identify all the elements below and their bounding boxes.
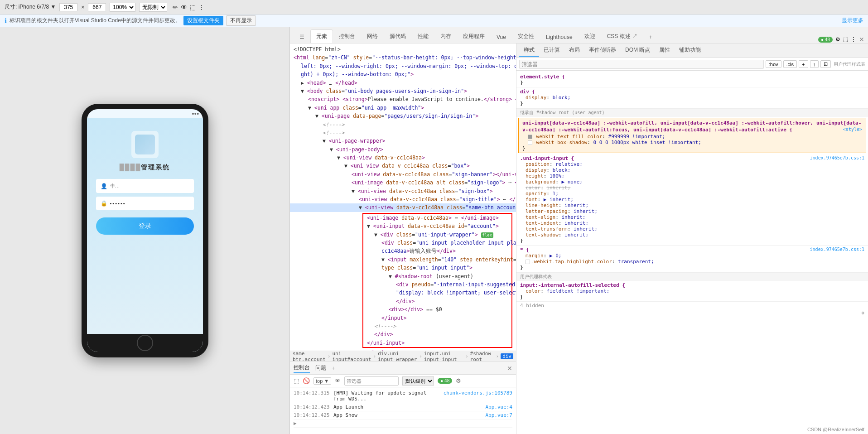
- set-root-button[interactable]: 设置根文件夹: [183, 16, 223, 25]
- dom-line[interactable]: <div class="uni-input-placeholder input-…: [363, 239, 511, 247]
- console-tab-add[interactable]: +: [332, 365, 335, 371]
- style-val[interactable]: inherit;: [546, 185, 570, 191]
- style-val[interactable]: inherit;: [564, 220, 588, 226]
- styles-filter-input[interactable]: [519, 60, 764, 69]
- style-prop[interactable]: text-transform: [526, 226, 568, 232]
- dom-line[interactable]: ▼ <div class="uni-input-wrapper"> flex: [363, 231, 511, 239]
- console-tab-issues[interactable]: 问题: [315, 363, 326, 373]
- dom-line[interactable]: ▼ #shadow-root (user-agent): [363, 272, 511, 280]
- breadcrumb-item[interactable]: div.uni-input-wrapper: [378, 351, 417, 362]
- console-source-link[interactable]: chunk-vendors.js:105789: [444, 390, 512, 396]
- style-prop[interactable]: text-indent: [526, 220, 559, 226]
- console-filter-input[interactable]: [344, 376, 399, 386]
- devtools-more-icon[interactable]: ⋮: [851, 36, 856, 43]
- dom-line[interactable]: ▼ <body class="uni-body pages-users-sign…: [290, 87, 516, 95]
- devtools-tab-menu[interactable]: ☰: [294, 31, 310, 43]
- style-val[interactable]: relative;: [555, 161, 583, 167]
- style-prop[interactable]: position: [526, 161, 550, 167]
- eye-icon[interactable]: 👁: [181, 4, 187, 11]
- dom-line[interactable]: <uni-image data-v-cc1c48aa alt class="si…: [290, 178, 516, 187]
- style-prop[interactable]: -webkit-tap-highlight-color: [531, 259, 612, 265]
- dom-line[interactable]: <!---->: [290, 121, 516, 129]
- width-input[interactable]: [59, 3, 77, 11]
- breadcrumb-item[interactable]: input.uni-input-input: [424, 351, 463, 362]
- styles-up-button[interactable]: ↑: [810, 60, 819, 68]
- style-prop[interactable]: line-height: [526, 203, 559, 208]
- style-val[interactable]: 0 0 0 1000px white inset !important;: [593, 140, 701, 145]
- console-close-icon[interactable]: ✕: [507, 365, 512, 372]
- style-val[interactable]: transparent;: [618, 259, 654, 265]
- style-val[interactable]: #999999 !important;: [608, 134, 665, 140]
- style-val[interactable]: block;: [553, 167, 571, 173]
- settings-icon-bottom[interactable]: ⚙: [516, 309, 868, 316]
- console-source-link[interactable]: App.vue:4: [485, 404, 512, 410]
- phone-login-button[interactable]: 登录: [96, 217, 194, 235]
- dom-line[interactable]: type class="uni-input-input">: [363, 264, 511, 272]
- dom-line[interactable]: ▼ <uni-page-body>: [290, 145, 516, 154]
- console-source-link[interactable]: App.vue:7: [485, 412, 512, 418]
- styles-tab-properties[interactable]: 属性: [655, 44, 675, 57]
- style-prop[interactable]: color: [526, 185, 540, 191]
- style-prop[interactable]: font: [526, 197, 538, 203]
- dom-line[interactable]: left: 0px; --window-right: 0px; --window…: [290, 62, 516, 70]
- dom-line[interactable]: <uni-view data-v-cc1c48aa class="sign-ti…: [290, 195, 516, 203]
- style-prop[interactable]: letter-spacing: [526, 208, 568, 214]
- devtools-tab-sources[interactable]: 源代码: [384, 29, 412, 43]
- styles-tab-computed[interactable]: 已计算: [539, 44, 564, 57]
- dom-line[interactable]: <!---->: [290, 129, 516, 137]
- breadcrumb-item[interactable]: #shadow-root: [470, 351, 494, 362]
- devtools-tab-console[interactable]: 控制台: [333, 29, 361, 43]
- style-source-link[interactable]: <style>: [843, 126, 862, 133]
- dom-line[interactable]: ght) + 0px); --window-bottom: 0px;">: [290, 70, 516, 78]
- zoom-select[interactable]: 100%: [110, 3, 135, 12]
- styles-tab-dombreakpoints[interactable]: DOM 断点: [621, 44, 655, 57]
- dom-line[interactable]: </input>: [363, 314, 511, 322]
- dom-line-selected[interactable]: ▼ <uni-view data-v-cc1c48aa class="same-…: [290, 203, 516, 212]
- dom-line[interactable]: "display: block !important; user-select:…: [363, 289, 511, 297]
- dom-line[interactable]: ▼ <uni-input data-v-cc1c48aa id="account…: [363, 222, 511, 230]
- breadcrumb-item[interactable]: uni-input#account: [332, 351, 371, 362]
- style-val[interactable]: ▶ none;: [561, 179, 582, 185]
- phone-username-row[interactable]: 👤 李…: [96, 179, 194, 193]
- dom-line[interactable]: ▶ <head> … </head>: [290, 79, 516, 87]
- devtools-tab-vue[interactable]: Vue: [491, 31, 512, 43]
- style-source-link[interactable]: index.97465e7b.css:1: [810, 155, 864, 160]
- dom-line[interactable]: <uni-view data-v-cc1c48aa class="sign-ba…: [290, 170, 516, 178]
- style-val[interactable]: inherit;: [564, 203, 588, 208]
- styles-hov-button[interactable]: :hov: [766, 60, 781, 68]
- devtools-tab-memory[interactable]: 内存: [434, 29, 457, 43]
- dom-line[interactable]: ▼ <input maxlength="140" step enterkeyhi…: [363, 256, 511, 264]
- screen-icon[interactable]: ⬚: [190, 4, 196, 11]
- dom-line[interactable]: </div>: [363, 297, 511, 305]
- style-val[interactable]: 100%;: [550, 173, 564, 179]
- style-val[interactable]: inherit;: [574, 226, 598, 232]
- console-eye-icon[interactable]: 👁: [335, 377, 341, 384]
- style-val[interactable]: inherit;: [574, 208, 598, 214]
- style-val[interactable]: block;: [553, 95, 571, 101]
- style-val[interactable]: inherit;: [561, 214, 585, 220]
- console-line-expand[interactable]: ▶: [294, 420, 512, 428]
- styles-grid-button[interactable]: ⊡: [820, 60, 831, 68]
- devtools-close-icon[interactable]: ✕: [859, 36, 864, 43]
- phone-password-row[interactable]: 🔒 ••••••: [96, 197, 194, 210]
- styles-tab-eventlisteners[interactable]: 事件侦听器: [584, 44, 621, 57]
- breadcrumb-item-div[interactable]: div: [501, 353, 513, 359]
- dom-line[interactable]: <!---->: [363, 322, 511, 330]
- dom-line[interactable]: <!DOCTYPE html>: [290, 45, 516, 53]
- style-val[interactable]: ▶ inherit;: [544, 197, 574, 203]
- dom-line[interactable]: ▼ <uni-view data-v-cc1c48aa class="box">: [290, 162, 516, 170]
- dom-line[interactable]: ▼ <uni-app class="uni-app--maxwidth">: [290, 104, 516, 112]
- devtools-tab-network[interactable]: 网络: [361, 29, 384, 43]
- console-clear-icon[interactable]: 🚫: [303, 377, 310, 384]
- pencil-icon[interactable]: ✏: [173, 4, 178, 11]
- style-prop[interactable]: text-align: [526, 214, 555, 220]
- dom-line-dollar0[interactable]: <div></div> == $0: [363, 305, 511, 313]
- styles-tab-styles[interactable]: 样式: [519, 44, 539, 57]
- console-tab-console[interactable]: 控制台: [294, 363, 310, 373]
- styles-tab-accessibility[interactable]: 辅助功能: [675, 44, 705, 57]
- devtools-tab-lighthouse[interactable]: Lighthouse: [540, 31, 579, 43]
- devtools-tab-security[interactable]: 安全性: [512, 29, 540, 43]
- breadcrumb-item[interactable]: same-btn.account: [293, 351, 326, 362]
- dom-line[interactable]: cc1c48aa>请输入账号</div>: [363, 247, 511, 255]
- dom-line[interactable]: <noscript> <strong>Please enable JavaScr…: [290, 95, 516, 103]
